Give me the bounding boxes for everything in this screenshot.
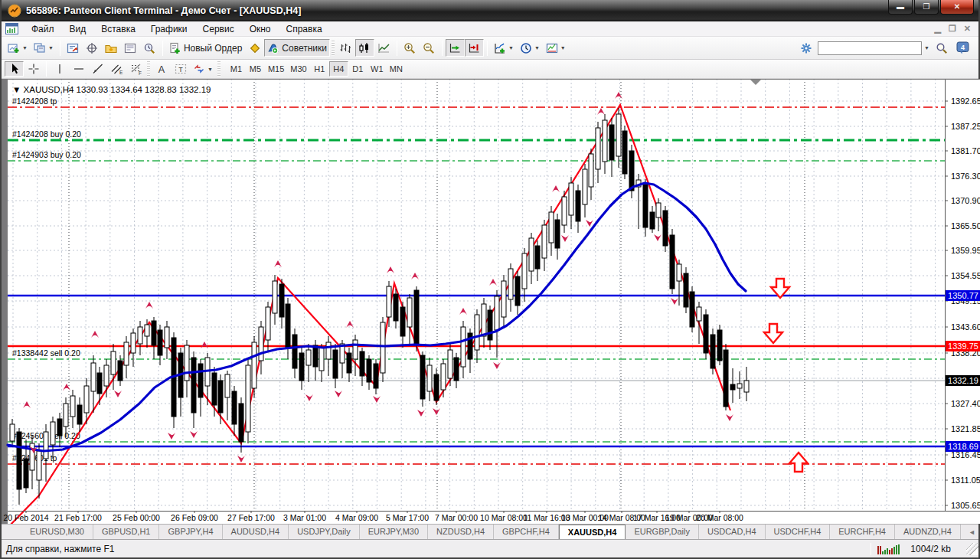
timeframe-w1-button[interactable]: W1 bbox=[368, 61, 387, 77]
chat-badge-icon[interactable]: 4 bbox=[953, 39, 972, 57]
mdi-restore-button[interactable]: ❐ bbox=[949, 24, 956, 34]
timeframe-m30-button[interactable]: M30 bbox=[287, 61, 309, 77]
dropdown-caret-icon[interactable]: ▼ bbox=[534, 45, 540, 51]
menu-insert[interactable]: Вставка bbox=[93, 22, 143, 37]
candle bbox=[522, 253, 527, 289]
tool-cursor-button[interactable] bbox=[5, 61, 24, 77]
tool-equidistant-channel-button[interactable]: E bbox=[107, 61, 126, 77]
menu-view[interactable]: Вид bbox=[62, 22, 94, 37]
tb-new-order-button[interactable]: Новый Ордер bbox=[166, 39, 245, 57]
chart-tab-audnzd-h4[interactable]: AUDNZD,H4 bbox=[895, 525, 961, 539]
tb-zoom-out-button[interactable] bbox=[420, 39, 439, 57]
chart-tab-xauusd-h4[interactable]: XAUUSD,H4 bbox=[559, 525, 626, 539]
candle bbox=[670, 235, 675, 289]
candle bbox=[704, 315, 708, 353]
candle bbox=[583, 169, 587, 204]
mdi-minimize-button[interactable]: ▁ bbox=[934, 24, 940, 34]
dropdown-caret-icon[interactable]: ▼ bbox=[508, 45, 514, 51]
candle bbox=[333, 350, 338, 378]
timeframe-m1-button[interactable]: M1 bbox=[227, 61, 246, 77]
tb-new-chart-button[interactable]: ▼ bbox=[5, 39, 31, 57]
chart-area[interactable]: #1424208 tp#1424208 buy 0.20#1424903 buy… bbox=[2, 79, 978, 524]
tb-periods-button[interactable]: ▼ bbox=[517, 39, 543, 57]
chart-tab-audusd-h4[interactable]: AUDUSD,H4 bbox=[223, 525, 289, 539]
candle bbox=[225, 374, 230, 397]
dropdown-caret-icon[interactable]: ▼ bbox=[207, 67, 213, 72]
chart-tab-gbpjpy-h4[interactable]: GBPJPY,H4 bbox=[159, 525, 222, 539]
tb-navigator-button[interactable] bbox=[102, 39, 121, 57]
tool-trendline-button[interactable] bbox=[88, 61, 107, 77]
tb-chart-shift-button[interactable] bbox=[465, 39, 484, 57]
candle bbox=[643, 185, 648, 227]
tb-indicators-button[interactable]: ▼ bbox=[491, 39, 517, 57]
tabs-scroll-left-icon[interactable]: ◄ bbox=[969, 528, 975, 536]
resize-grip[interactable] bbox=[966, 543, 978, 555]
menu-window[interactable]: Окно bbox=[242, 22, 279, 37]
timeframe-h1-button[interactable]: H1 bbox=[310, 61, 329, 77]
candle bbox=[381, 322, 385, 373]
tool-arrows-tool-button[interactable]: ▼ bbox=[190, 61, 216, 77]
dropdown-caret-icon[interactable]: ▼ bbox=[560, 45, 566, 51]
tb-data-window-button[interactable] bbox=[83, 39, 102, 57]
candle bbox=[286, 304, 290, 348]
chart-tab-usdjpy-daily[interactable]: USDJPY,Daily bbox=[289, 525, 360, 539]
menu-file[interactable]: Файл bbox=[24, 22, 62, 37]
chart-tab-gbpchf-h4[interactable]: GBPCHF,H4 bbox=[494, 525, 559, 539]
tool-text-button[interactable]: A bbox=[152, 61, 171, 77]
tb-zoom-in-button[interactable] bbox=[400, 39, 420, 57]
tb-candlestick-chart-button[interactable] bbox=[355, 39, 374, 57]
menu-charts[interactable]: Графики bbox=[143, 22, 195, 37]
connection-status-icon bbox=[877, 544, 900, 554]
tool-vertical-line-button[interactable] bbox=[50, 61, 69, 77]
tb-market-watch-button[interactable] bbox=[64, 39, 83, 57]
chart-tab-eurgbp-daily[interactable]: EURGBP,Daily bbox=[626, 525, 699, 539]
maximize-button[interactable]: ❐ bbox=[914, 0, 939, 15]
search-input[interactable] bbox=[818, 41, 922, 55]
tool-text-label-button[interactable]: T bbox=[171, 61, 190, 77]
navigator-icon bbox=[105, 42, 117, 54]
tool-horizontal-line-button[interactable] bbox=[69, 61, 88, 77]
timeframe-mn-button[interactable]: MN bbox=[387, 61, 406, 77]
toolbar-grip bbox=[332, 41, 335, 56]
search-dropdown-icon[interactable]: ▼ bbox=[924, 45, 929, 51]
dropdown-caret-icon[interactable]: ▼ bbox=[22, 45, 28, 51]
candle bbox=[542, 225, 547, 258]
menu-help[interactable]: Справка bbox=[279, 22, 330, 37]
timeframe-h4-button[interactable]: H4 bbox=[329, 61, 348, 77]
menu-service[interactable]: Сервис bbox=[195, 22, 242, 37]
timeframe-d1-button[interactable]: D1 bbox=[348, 61, 368, 77]
tb-expert-advisors-button[interactable]: Советники bbox=[264, 39, 330, 57]
tb-line-chart-button[interactable] bbox=[374, 39, 394, 57]
chart-tab-gbpusd-h1[interactable]: GBPUSD,H1 bbox=[93, 525, 160, 539]
chart-tab-nzdusd-h4[interactable]: NZDUSD,H4 bbox=[428, 525, 494, 539]
gear-icon[interactable] bbox=[796, 39, 815, 57]
mdi-close-button[interactable]: ✕ bbox=[964, 24, 971, 34]
tb-metaeditor-button[interactable] bbox=[245, 39, 264, 57]
chart-tab-usdchf-h4[interactable]: USDCHF,H4 bbox=[766, 525, 831, 539]
chart-tab-usdcad-h4[interactable]: USDCAD,H4 bbox=[699, 525, 766, 539]
timeframe-m15-button[interactable]: M15 bbox=[265, 61, 287, 77]
tool-crosshair-tool-button[interactable] bbox=[24, 61, 43, 77]
chart-tab-eurjpy-m30[interactable]: EURJPY,M30 bbox=[360, 525, 428, 539]
timeframe-m5-button[interactable]: M5 bbox=[246, 61, 265, 77]
tb-templates-button[interactable]: ▼ bbox=[543, 39, 569, 57]
candle bbox=[589, 154, 593, 187]
dropdown-caret-icon[interactable]: ▼ bbox=[48, 45, 54, 51]
search-icon[interactable] bbox=[932, 39, 951, 57]
tb-terminal-button[interactable] bbox=[121, 39, 140, 57]
price-tick-label: 1354.55 bbox=[951, 271, 980, 280]
candle bbox=[629, 151, 634, 191]
window-title: 565896: Panteon Client Terminal - Демо С… bbox=[26, 5, 301, 16]
chart-tab-eurusd-m30[interactable]: EURUSD,M30 bbox=[21, 525, 93, 539]
close-button[interactable]: ✕ bbox=[940, 0, 974, 15]
tb-strategy-tester-button[interactable] bbox=[140, 39, 159, 57]
chart-tab-eurchf-h4[interactable]: EURCHF,H4 bbox=[830, 525, 895, 539]
minimize-button[interactable]: ▬ bbox=[888, 0, 913, 15]
title-bar[interactable]: 565896: Panteon Client Terminal - Демо С… bbox=[2, 0, 978, 21]
tb-bar-chart-button[interactable] bbox=[336, 39, 355, 57]
tb-profiles-button[interactable]: ▼ bbox=[31, 39, 57, 57]
candle bbox=[576, 191, 580, 221]
tool-fibonacci-button[interactable]: F bbox=[126, 61, 145, 77]
tb-auto-scroll-button[interactable] bbox=[446, 39, 465, 57]
candle bbox=[508, 269, 513, 299]
